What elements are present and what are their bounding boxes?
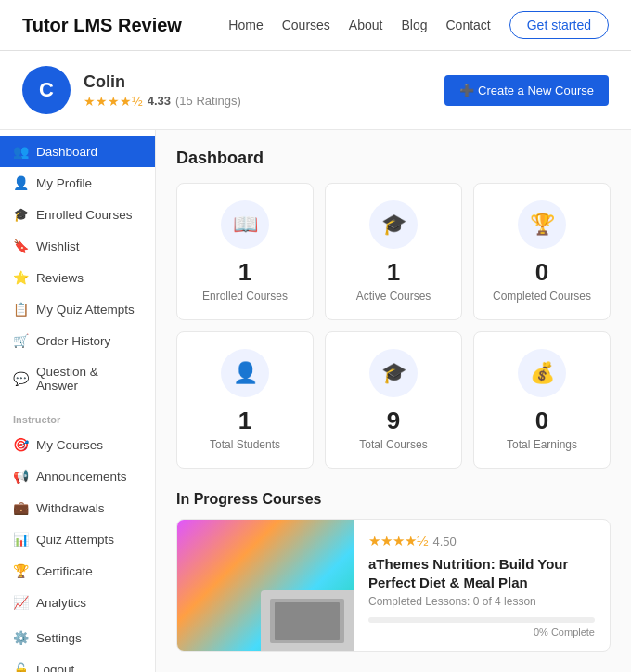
my-courses-icon: 🎯 — [13, 437, 29, 452]
nav-about[interactable]: About — [349, 18, 383, 32]
main-nav: Home Courses About Blog Contact Get star… — [228, 11, 609, 39]
sidebar-label-profile: My Profile — [36, 176, 92, 190]
certificate-icon: 🏆 — [13, 563, 29, 578]
sidebar-label-reviews: Reviews — [36, 271, 84, 285]
stat-card-completed: 🏆 0 Completed Courses — [473, 183, 611, 320]
profile-rating-row: ★★★★½ 4.33 (15 Ratings) — [84, 94, 241, 109]
stat-icon-active: 🎓 — [369, 200, 418, 249]
sidebar-label-my-courses: My Courses — [36, 438, 103, 452]
sidebar-item-settings[interactable]: ⚙️ Settings — [0, 622, 155, 653]
profile-bar: C Colin ★★★★½ 4.33 (15 Ratings) ➕ Create… — [0, 51, 631, 130]
nav-blog[interactable]: Blog — [401, 18, 427, 32]
stat-label-earnings: Total Earnings — [485, 438, 599, 451]
quiz-attempts-icon: 📊 — [13, 532, 29, 547]
sidebar-item-announcements[interactable]: 📢 Announcements — [0, 460, 155, 492]
stat-number-enrolled: 1 — [188, 258, 302, 287]
wishlist-icon: 🔖 — [13, 239, 29, 253]
sidebar-label-quiz: My Quiz Attempts — [36, 303, 135, 317]
rating-count: (15 Ratings) — [175, 94, 241, 108]
logo: Tutor LMS Review — [22, 15, 182, 36]
sidebar-item-my-courses[interactable]: 🎯 My Courses — [0, 429, 155, 460]
stat-number-students: 1 — [188, 407, 302, 435]
stat-number-total-courses: 9 — [337, 407, 450, 435]
in-progress-card: ★★★★½ 4.50 aThemes Nutrition: Build Your… — [176, 519, 611, 652]
sidebar-label-logout: Logout — [36, 663, 74, 673]
sidebar-item-analytics[interactable]: 📈 Analytics — [0, 587, 155, 618]
create-course-button[interactable]: ➕ Create a New Course — [444, 75, 609, 106]
stat-card-active: 🎓 1 Active Courses — [325, 183, 462, 320]
main-content: Dashboard 📖 1 Enrolled Courses 🎓 1 Activ… — [156, 130, 631, 672]
stat-card-earnings: 💰 0 Total Earnings — [473, 331, 611, 469]
avatar: C — [22, 66, 71, 114]
stat-card-total-courses: 🎓 9 Total Courses — [325, 331, 462, 469]
main-layout: 👥 Dashboard 👤 My Profile 🎓 Enrolled Cour… — [0, 130, 631, 672]
sidebar: 👥 Dashboard 👤 My Profile 🎓 Enrolled Cour… — [0, 130, 156, 672]
sidebar-item-certificate[interactable]: 🏆 Certificate — [0, 555, 155, 587]
profile-left: C Colin ★★★★½ 4.33 (15 Ratings) — [22, 66, 241, 114]
sidebar-item-logout[interactable]: 🔓 Logout — [0, 653, 155, 672]
stat-number-earnings: 0 — [485, 407, 599, 435]
header: Tutor LMS Review Home Courses About Blog… — [0, 0, 631, 51]
stat-icon-total-courses: 🎓 — [369, 349, 418, 397]
sidebar-label-analytics: Analytics — [36, 596, 86, 610]
sidebar-item-quiz-attempts-instructor[interactable]: 📊 Quiz Attempts — [0, 523, 155, 555]
sidebar-label-certificate: Certificate — [36, 564, 93, 578]
profile-name: Colin — [84, 72, 241, 92]
settings-icon: ⚙️ — [13, 630, 29, 645]
stat-icon-earnings: 💰 — [518, 349, 566, 397]
instructor-section-label: Instructor — [0, 405, 155, 429]
profile-icon: 👤 — [13, 175, 29, 190]
stat-number-completed: 0 — [485, 258, 599, 287]
nav-courses[interactable]: Courses — [282, 18, 330, 32]
sidebar-item-quiz-attempts[interactable]: 📋 My Quiz Attempts — [0, 293, 155, 325]
in-progress-course-title: aThemes Nutrition: Build Your Perfect Di… — [368, 555, 595, 591]
rating-value: 4.33 — [148, 94, 171, 108]
nav-home[interactable]: Home — [228, 18, 263, 32]
rating-stars: ★★★★½ — [84, 94, 143, 109]
in-progress-stars: ★★★★½ — [368, 533, 429, 549]
progress-bar-wrapper — [368, 617, 595, 623]
stat-label-total-courses: Total Courses — [337, 438, 450, 451]
stat-icon-enrolled: 📖 — [221, 200, 269, 249]
sidebar-item-withdrawals[interactable]: 💼 Withdrawals — [0, 492, 155, 523]
withdrawals-icon: 💼 — [13, 500, 29, 515]
sidebar-label-wishlist: Wishlist — [36, 239, 80, 253]
in-progress-lessons: Completed Lessons: 0 of 4 lesson — [368, 595, 595, 608]
sidebar-item-order-history[interactable]: 🛒 Order History — [0, 325, 155, 356]
thumb-laptop-overlay — [261, 590, 354, 651]
sidebar-label-withdrawals: Withdrawals — [36, 501, 105, 515]
sidebar-item-wishlist[interactable]: 🔖 Wishlist — [0, 230, 155, 262]
in-progress-title: In Progress Courses — [176, 491, 611, 508]
announcements-icon: 📢 — [13, 469, 29, 484]
stat-label-active: Active Courses — [337, 290, 450, 303]
nav-contact[interactable]: Contact — [445, 18, 490, 32]
sidebar-item-reviews[interactable]: ⭐ Reviews — [0, 262, 155, 293]
get-started-button[interactable]: Get started — [509, 11, 609, 39]
stat-label-enrolled: Enrolled Courses — [188, 290, 302, 303]
sidebar-label-dashboard: Dashboard — [36, 145, 97, 159]
stat-icon-students: 👤 — [221, 349, 269, 397]
sidebar-label-enrolled: Enrolled Courses — [36, 208, 133, 222]
sidebar-label-order: Order History — [36, 334, 110, 348]
reviews-icon: ⭐ — [13, 270, 29, 285]
dashboard-icon: 👥 — [13, 144, 29, 159]
stats-grid: 📖 1 Enrolled Courses 🎓 1 Active Courses … — [176, 183, 611, 469]
in-progress-rating: 4.50 — [433, 535, 457, 549]
qa-icon: 💬 — [13, 371, 29, 386]
stat-number-active: 1 — [337, 258, 450, 287]
sidebar-label-announcements: Announcements — [36, 470, 127, 484]
stat-label-completed: Completed Courses — [485, 290, 599, 303]
sidebar-item-profile[interactable]: 👤 My Profile — [0, 167, 155, 199]
sidebar-item-qa[interactable]: 💬 Question & Answer — [0, 356, 155, 401]
stat-label-students: Total Students — [188, 438, 302, 451]
dashboard-title: Dashboard — [176, 149, 611, 168]
course-info: ★★★★½ 4.50 aThemes Nutrition: Build Your… — [354, 520, 610, 651]
sidebar-item-enrolled[interactable]: 🎓 Enrolled Courses — [0, 199, 155, 230]
course-thumbnail — [177, 520, 354, 651]
sidebar-item-dashboard[interactable]: 👥 Dashboard — [0, 136, 155, 167]
sidebar-label-settings: Settings — [36, 631, 82, 645]
quiz-icon: 📋 — [13, 302, 29, 317]
sidebar-label-quiz-attempts: Quiz Attempts — [36, 533, 114, 547]
sidebar-label-qa: Question & Answer — [36, 365, 142, 393]
order-icon: 🛒 — [13, 333, 29, 348]
